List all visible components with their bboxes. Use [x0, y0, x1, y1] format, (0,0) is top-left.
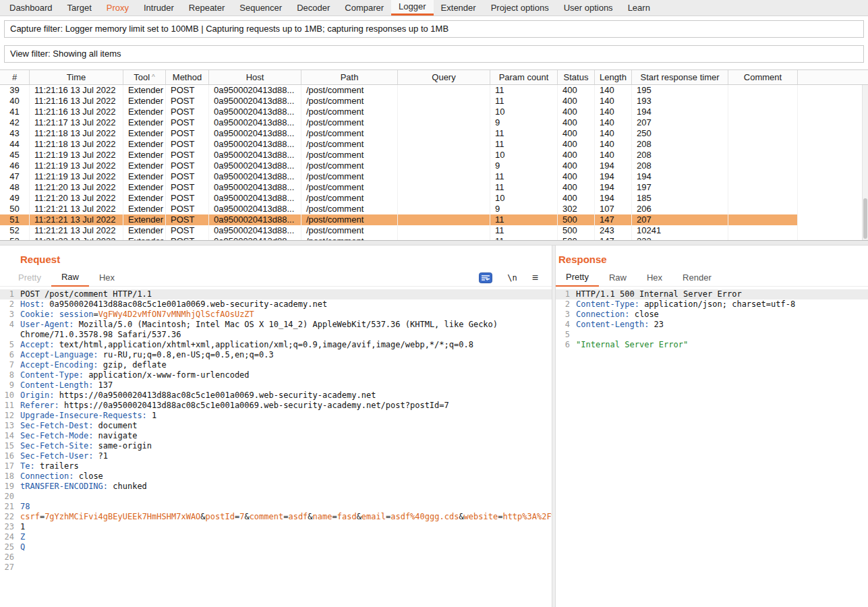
tab-logger[interactable]: Logger — [391, 0, 433, 16]
table-row[interactable]: 5111:21:21 13 Jul 2022ExtenderPOST0a9500… — [0, 214, 798, 225]
tab-repeater[interactable]: Repeater — [181, 0, 232, 16]
line-number: 18 — [0, 471, 20, 482]
column-header-path[interactable]: Path — [301, 70, 398, 84]
code-line: 19tRANSFER-ENCODING: chunked — [0, 482, 552, 492]
cell-host: 0a9500020413d88... — [209, 204, 301, 214]
table-row[interactable]: 5211:21:21 13 Jul 2022ExtenderPOST0a9500… — [0, 225, 798, 236]
table-row[interactable]: 3911:21:16 13 Jul 2022ExtenderPOST0a9500… — [0, 85, 798, 96]
cell-time: 11:21:16 13 Jul 2022 — [30, 96, 123, 107]
cell-comment — [728, 204, 798, 214]
column-header-start-response-timer[interactable]: Start response timer — [632, 70, 728, 84]
line-number: 11 — [0, 401, 20, 411]
editor-menu-icon[interactable]: ≡ — [532, 273, 538, 283]
cell-status: 400 — [558, 128, 595, 139]
newline-toggle-icon[interactable]: \n — [507, 273, 517, 283]
table-row[interactable]: 4111:21:16 13 Jul 2022ExtenderPOST0a9500… — [0, 107, 798, 117]
cell-status: 400 — [558, 193, 595, 204]
table-row[interactable]: 4711:21:19 13 Jul 2022ExtenderPOST0a9500… — [0, 171, 798, 182]
cell-comment — [728, 107, 798, 117]
view-filter-bar[interactable]: View filter: Showing all items — [4, 45, 864, 63]
cell-start_response_timer: 206 — [632, 204, 728, 214]
column-header-host[interactable]: Host — [209, 70, 301, 84]
cell-param_count: 11 — [490, 139, 558, 150]
table-row[interactable]: 4411:21:18 13 Jul 2022ExtenderPOST0a9500… — [0, 139, 798, 150]
column-header-method[interactable]: Method — [166, 70, 209, 84]
table-row[interactable]: 4911:21:20 13 Jul 2022ExtenderPOST0a9500… — [0, 193, 798, 204]
table-row[interactable]: 5011:21:21 13 Jul 2022ExtenderPOST0a9500… — [0, 204, 798, 214]
table-scrollbar-thumb[interactable] — [863, 198, 867, 239]
column-header-tool[interactable]: Tool^ — [123, 70, 166, 84]
cell-query — [398, 117, 490, 128]
cell-param_count: 11 — [490, 128, 558, 139]
table-row[interactable]: 4611:21:19 13 Jul 2022ExtenderPOST0a9500… — [0, 161, 798, 171]
code-line: 3Cookie: session=VgFWy4D2vMfON7vMNMhjQlS… — [0, 310, 552, 320]
tab-target[interactable]: Target — [60, 0, 99, 16]
capture-filter-bar[interactable]: Capture filter: Logger memory limit set … — [4, 20, 864, 38]
soft-wrap-icon[interactable] — [479, 272, 492, 283]
response-editor[interactable]: 1HTTP/1.1 500 Internal Server Error2Cont… — [556, 289, 868, 350]
tab-sequencer[interactable]: Sequencer — [232, 0, 289, 16]
code-line: 1HTTP/1.1 500 Internal Server Error — [556, 289, 868, 299]
tab-learn[interactable]: Learn — [620, 0, 658, 16]
horizontal-splitter[interactable] — [0, 240, 868, 245]
column-header-id[interactable]: # — [0, 70, 30, 84]
tab-user-options[interactable]: User options — [556, 0, 620, 16]
table-scrollbar[interactable] — [862, 85, 868, 240]
table-row[interactable]: 4811:21:20 13 Jul 2022ExtenderPOST0a9500… — [0, 182, 798, 193]
column-header-time[interactable]: Time — [30, 70, 123, 84]
cell-method: POST — [166, 182, 209, 193]
cell-path: /post/comment — [301, 107, 398, 117]
request-tab-hex[interactable]: Hex — [89, 269, 125, 286]
table-row[interactable]: 4511:21:19 13 Jul 2022ExtenderPOST0a9500… — [0, 150, 798, 161]
cell-time: 11:21:19 13 Jul 2022 — [30, 171, 123, 182]
cell-host: 0a9500020413d88... — [209, 107, 301, 117]
cell-length: 140 — [595, 107, 632, 117]
cell-query — [398, 139, 490, 150]
line-content — [20, 552, 552, 562]
table-row[interactable]: 4311:21:18 13 Jul 2022ExtenderPOST0a9500… — [0, 128, 798, 139]
column-header-label: Time — [67, 72, 86, 82]
cell-method: POST — [166, 150, 209, 161]
tab-comparer[interactable]: Comparer — [337, 0, 391, 16]
tab-decoder[interactable]: Decoder — [289, 0, 337, 16]
response-tab-hex[interactable]: Hex — [637, 269, 672, 286]
cell-start_response_timer: 194 — [632, 107, 728, 117]
cell-param_count: 10 — [490, 107, 558, 117]
code-line: 5Accept: text/html,application/xhtml+xml… — [0, 340, 552, 350]
code-line: 1POST /post/comment HTTP/1.1 — [0, 289, 552, 299]
cell-param_count: 10 — [490, 150, 558, 161]
table-row[interactable]: 4211:21:17 13 Jul 2022ExtenderPOST0a9500… — [0, 117, 798, 128]
line-number: 24 — [0, 532, 20, 542]
cell-param_count: 11 — [490, 85, 558, 96]
column-header-query[interactable]: Query — [398, 70, 490, 84]
cell-comment — [728, 117, 798, 128]
column-header-comment[interactable]: Comment — [728, 70, 798, 84]
column-header-param-count[interactable]: Param count — [490, 70, 558, 84]
column-header-length[interactable]: Length — [595, 70, 632, 84]
cell-path: /post/comment — [301, 128, 398, 139]
column-header-status[interactable]: Status — [558, 70, 595, 84]
code-line: 17Te: trailers — [0, 461, 552, 471]
cell-status: 302 — [558, 204, 595, 214]
tab-intruder[interactable]: Intruder — [136, 0, 181, 16]
cell-path: /post/comment — [301, 85, 398, 96]
line-content: Sec-Fetch-Site: same-origin — [20, 441, 552, 451]
response-tab-render[interactable]: Render — [672, 269, 722, 286]
log-table: #TimeTool^MethodHostPathQueryParam count… — [0, 69, 868, 240]
code-line: 11Referer: https://0a9500020413d88ac08c5… — [0, 401, 552, 411]
cell-query — [398, 128, 490, 139]
code-line: 26 — [0, 552, 552, 562]
cell-time: 11:21:16 13 Jul 2022 — [30, 107, 123, 117]
tab-proxy[interactable]: Proxy — [99, 0, 136, 16]
request-tab-raw[interactable]: Raw — [51, 268, 89, 287]
tab-project-options[interactable]: Project options — [484, 0, 556, 16]
table-row[interactable]: 4011:21:16 13 Jul 2022ExtenderPOST0a9500… — [0, 96, 798, 107]
request-editor[interactable]: 1POST /post/comment HTTP/1.12Host: 0a950… — [0, 289, 552, 573]
response-tab-raw[interactable]: Raw — [599, 269, 637, 286]
tab-dashboard[interactable]: Dashboard — [2, 0, 60, 16]
cell-start_response_timer: 194 — [632, 171, 728, 182]
cell-param_count: 10 — [490, 193, 558, 204]
tab-extender[interactable]: Extender — [434, 0, 484, 16]
cell-tool: Extender — [123, 225, 166, 236]
response-tab-pretty[interactable]: Pretty — [556, 268, 599, 287]
